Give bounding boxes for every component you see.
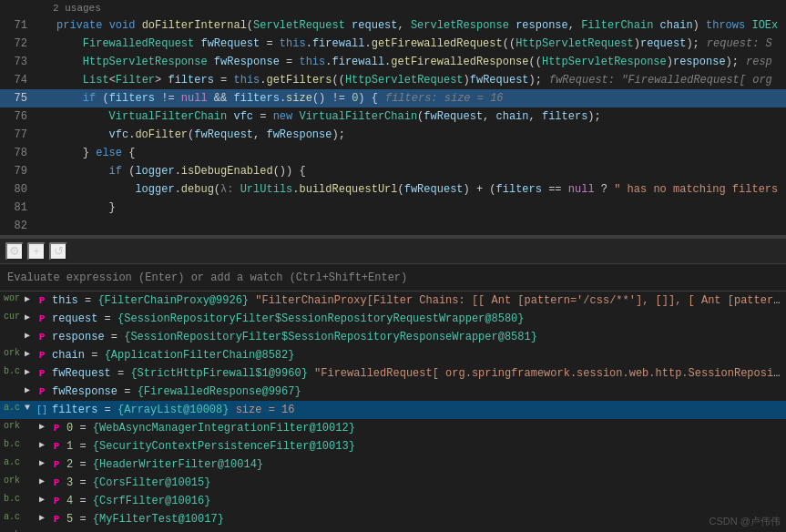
tree-icon-p: P [35, 330, 49, 344]
tree-arrow-expanded: ▼ [20, 403, 35, 413]
tree-label: fwRequest = {StrictHttpFirewall$1@9960} … [52, 366, 786, 381]
code-line-80: 80 logger.debug(λ: UrlUtils.buildRequest… [0, 180, 786, 199]
tree-icon-arr: [] [35, 403, 49, 417]
line-number: 82 [0, 220, 35, 232]
left-gutter: ork.we [4, 476, 20, 486]
var-filter-0[interactable]: ork.we ▶ P 0 = {WebAsyncManagerIntegrati… [0, 419, 786, 437]
eval-bar: Evaluate expression (Enter) or add a wat… [0, 264, 786, 292]
toolbar-refresh-btn[interactable]: ↺ [49, 242, 67, 261]
tree-icon-p: P [49, 421, 64, 435]
watermark: CSDN @卢伟伟 [709, 515, 781, 528]
left-gutter: b.cata [4, 366, 20, 376]
line-content: HttpServletResponse fwResponse = this.fi… [53, 53, 786, 71]
usage-label: 2 usages [0, 0, 786, 16]
var-filter-3[interactable]: ork.we ▶ P 3 = {CorsFilter@10015} [0, 474, 786, 492]
var-chain[interactable]: ork.we ▶ P chain = {ApplicationFilterCha… [0, 346, 786, 364]
left-gutter: b.cata [4, 439, 20, 449]
tree-arrow: ▶ [20, 293, 35, 304]
toolbar-watch-btn[interactable]: + [27, 242, 46, 261]
var-filter-5[interactable]: a.core ▶ P 5 = {MyFilterTest@10017} [0, 510, 786, 528]
tree-label: request = {SessionRepositoryFilter$Sessi… [52, 312, 786, 326]
tree-arrow: ▶ [35, 512, 49, 523]
var-fwresponse[interactable]: ▶ P fwResponse = {FirewalledResponse@996… [0, 383, 786, 401]
code-line-79: 79 if (logger.isDebugEnabled()) { [0, 162, 786, 180]
tree-label: fwResponse = {FirewalledResponse@9967} [52, 384, 786, 399]
line-number: 72 [0, 37, 35, 50]
left-gutter: a.core [4, 457, 20, 467]
var-fwrequest[interactable]: b.cata ▶ P fwRequest = {StrictHttpFirewa… [0, 364, 786, 383]
tree-label: this = {FilterChainProxy@9926} "FilterCh… [52, 293, 786, 308]
code-line-78: 78 } else { [0, 144, 786, 162]
line-content: if (filters != null && filters.size() !=… [53, 89, 786, 107]
left-gutter: a.core [4, 403, 20, 413]
tree-arrow: ▶ [35, 457, 49, 468]
var-filter-2[interactable]: a.core ▶ P 2 = {HeaderWriterFilter@10014… [0, 455, 786, 474]
tree-label: 5 = {MyFilterTest@10017} [66, 512, 786, 527]
tree-icon-p: P [35, 293, 49, 308]
tree-arrow: ▶ [35, 439, 49, 450]
code-line-72: 72 FirewalledRequest fwRequest = this.fi… [0, 35, 786, 53]
debug-toolbar: ⚙ + ↺ [0, 239, 786, 264]
var-this[interactable]: work.s ▶ P this = {FilterChainProxy@9926… [0, 292, 786, 310]
tree-icon-p: P [35, 384, 49, 399]
line-number: 75 [0, 92, 35, 105]
var-filter-1[interactable]: b.cata ▶ P 1 = {SecurityContextPersisten… [0, 437, 786, 455]
tree-icon-p: P [49, 494, 64, 508]
toolbar-settings-btn[interactable]: ⚙ [5, 242, 24, 261]
tree-label: chain = {ApplicationFilterChain@8582} [52, 348, 786, 363]
tree-arrow: ▶ [20, 348, 35, 359]
code-line-77: 77 vfc.doFilter(fwRequest, fwResponse); [0, 126, 786, 144]
debug-panel: ⚙ + ↺ Evaluate expression (Enter) or add… [0, 239, 786, 532]
tree-arrow: ▶ [35, 421, 49, 432]
var-response[interactable]: ▶ P response = {SessionRepositoryFilter$… [0, 328, 786, 346]
line-content: VirtualFilterChain vfc = new VirtualFilt… [53, 107, 786, 126]
left-gutter: ork.we [4, 348, 20, 358]
tree-arrow: ▶ [20, 384, 35, 395]
code-line-76: 76 VirtualFilterChain vfc = new VirtualF… [0, 107, 786, 126]
tree-icon-p: P [49, 457, 64, 472]
var-filter-6[interactable]: ork.we ▶ P 6 = {LogoutFilter@10018} [0, 528, 786, 532]
tree-arrow: ▶ [35, 476, 49, 486]
line-content: logger.debug(λ: UrlUtils.buildRequestUrl… [53, 180, 786, 199]
line-content: vfc.doFilter(fwRequest, fwResponse); [53, 126, 786, 144]
code-line-74: 74 List<Filter> filters = this.getFilter… [0, 71, 786, 89]
tree-arrow: ▶ [20, 330, 35, 341]
var-filter-4[interactable]: b.cata ▶ P 4 = {CsrfFilter@10016} [0, 492, 786, 510]
debug-tree[interactable]: work.s ▶ P this = {FilterChainProxy@9926… [0, 292, 786, 532]
tree-arrow: ▶ [35, 494, 49, 505]
line-number: 81 [0, 201, 35, 214]
tree-icon-p: P [49, 512, 64, 527]
code-line-75: 75 if (filters != null && filters.size()… [0, 89, 786, 107]
line-content: List<Filter> filters = this.getFilters((… [53, 71, 786, 89]
code-line-71: 71 private void doFilterInternal(Servlet… [0, 16, 786, 35]
var-filters[interactable]: a.core ▼ [] filters = {ArrayList@10008} … [0, 401, 786, 419]
line-number: 71 [0, 19, 35, 32]
line-number: 78 [0, 147, 35, 159]
left-gutter: a.core [4, 512, 20, 522]
code-panel: 2 usages 71 private void doFilterInterna… [0, 0, 786, 237]
line-number: 80 [0, 183, 35, 196]
main-container: 2 usages 71 private void doFilterInterna… [0, 0, 786, 532]
line-content: FirewalledRequest fwRequest = this.firew… [53, 35, 786, 53]
eval-label: Evaluate expression (Enter) or add a wat… [7, 271, 407, 284]
left-gutter: work.s [4, 293, 20, 303]
tree-icon-p: P [35, 312, 49, 326]
tree-icon-p: P [49, 439, 64, 454]
var-request[interactable]: curity. ▶ P request = {SessionRepository… [0, 310, 786, 328]
line-number: 77 [0, 128, 35, 141]
tree-label: 2 = {HeaderWriterFilter@10014} [66, 457, 786, 472]
tree-label: 0 = {WebAsyncManagerIntegrationFilter@10… [66, 421, 786, 435]
line-number: 73 [0, 56, 35, 68]
tree-icon-p: P [49, 476, 64, 490]
tree-label: filters = {ArrayList@10008} size = 16 [52, 403, 786, 417]
left-gutter: curity. [4, 312, 20, 322]
tree-icon-p: P [35, 348, 49, 363]
tree-label: 1 = {SecurityContextPersistenceFilter@10… [66, 439, 786, 454]
left-gutter: b.cata [4, 494, 20, 504]
tree-label: 3 = {CorsFilter@10015} [66, 476, 786, 490]
tree-icon-p: P [35, 366, 49, 381]
left-gutter: ork.we [4, 421, 20, 431]
tree-label: 4 = {CsrfFilter@10016} [66, 494, 786, 508]
tree-arrow: ▶ [20, 366, 35, 377]
line-content: private void doFilterInternal(ServletReq… [53, 16, 786, 35]
